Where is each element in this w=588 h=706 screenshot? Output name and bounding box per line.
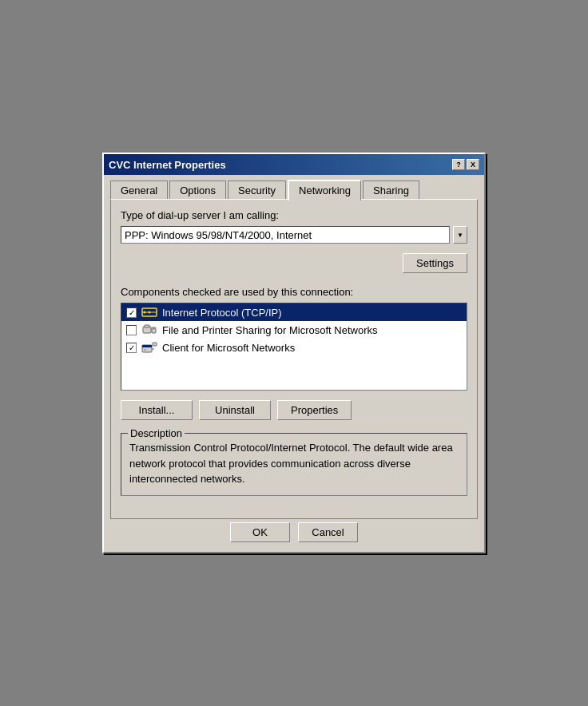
action-buttons: Install... Uninstall Properties bbox=[121, 400, 467, 420]
tab-bar: General Options Security Networking Shar… bbox=[110, 180, 478, 200]
title-bar-controls: ? X bbox=[452, 159, 479, 170]
file-sharing-icon bbox=[141, 323, 157, 336]
tab-panel-networking: Type of dial-up server I am calling: PPP… bbox=[110, 199, 478, 519]
client-networks-icon bbox=[141, 341, 157, 354]
tab-networking[interactable]: Networking bbox=[288, 180, 361, 200]
window-content: General Options Security Networking Shar… bbox=[104, 180, 484, 552]
tab-general[interactable]: General bbox=[110, 180, 168, 200]
cancel-button[interactable]: Cancel bbox=[298, 522, 358, 542]
ok-button[interactable]: OK bbox=[230, 522, 290, 542]
properties-button[interactable]: Properties bbox=[277, 400, 352, 420]
dial-up-dropdown[interactable]: PPP: Windows 95/98/NT4/2000, Internet bbox=[121, 226, 450, 244]
svg-point-7 bbox=[153, 328, 155, 330]
title-bar: CVC Internet Properties ? X bbox=[104, 154, 484, 175]
component-label-tcp-ip: Internet Protocol (TCP/IP) bbox=[162, 307, 282, 319]
dial-up-dropdown-row: PPP: Windows 95/98/NT4/2000, Internet bbox=[121, 226, 467, 244]
install-button[interactable]: Install... bbox=[121, 400, 193, 420]
component-list: ✓ Internet Protocol (TCP/IP) bbox=[121, 303, 467, 391]
svg-point-2 bbox=[144, 311, 146, 314]
components-label: Components checked are used by this conn… bbox=[121, 286, 467, 298]
svg-rect-11 bbox=[153, 343, 157, 346]
checkbox-tcp-ip[interactable]: ✓ bbox=[126, 307, 137, 318]
svg-rect-9 bbox=[142, 345, 152, 347]
svg-rect-5 bbox=[145, 325, 149, 327]
main-window: CVC Internet Properties ? X General Opti… bbox=[102, 153, 486, 553]
window-title: CVC Internet Properties bbox=[109, 159, 226, 171]
settings-row: Settings bbox=[121, 253, 467, 273]
component-item-client-networks[interactable]: ✓ Client for Microsoft Networks bbox=[121, 339, 467, 356]
description-group-label: Description bbox=[128, 427, 185, 439]
close-button[interactable]: X bbox=[467, 159, 479, 170]
uninstall-button[interactable]: Uninstall bbox=[199, 400, 271, 420]
dialog-buttons: OK Cancel bbox=[110, 519, 478, 545]
tab-sharing[interactable]: Sharing bbox=[363, 180, 419, 200]
description-group: Description Transmission Control Protoco… bbox=[121, 433, 467, 496]
tcp-ip-icon bbox=[141, 306, 157, 319]
checkbox-client-networks[interactable]: ✓ bbox=[126, 343, 137, 353]
description-text: Transmission Control Protocol/Internet P… bbox=[129, 440, 459, 487]
dropdown-arrow-button[interactable] bbox=[453, 226, 467, 244]
checkbox-file-sharing[interactable] bbox=[126, 325, 137, 335]
svg-point-3 bbox=[149, 311, 151, 314]
help-button[interactable]: ? bbox=[452, 159, 465, 170]
component-item-file-sharing[interactable]: File and Printer Sharing for Microsoft N… bbox=[121, 321, 467, 339]
component-item-tcp-ip[interactable]: ✓ Internet Protocol (TCP/IP) bbox=[121, 303, 467, 321]
settings-button[interactable]: Settings bbox=[403, 253, 467, 273]
component-label-client-networks: Client for Microsoft Networks bbox=[162, 342, 295, 354]
svg-rect-10 bbox=[144, 349, 146, 351]
tab-options[interactable]: Options bbox=[169, 180, 226, 200]
component-label-file-sharing: File and Printer Sharing for Microsoft N… bbox=[162, 324, 377, 336]
tab-security[interactable]: Security bbox=[228, 180, 286, 200]
dial-up-label: Type of dial-up server I am calling: bbox=[121, 209, 467, 221]
